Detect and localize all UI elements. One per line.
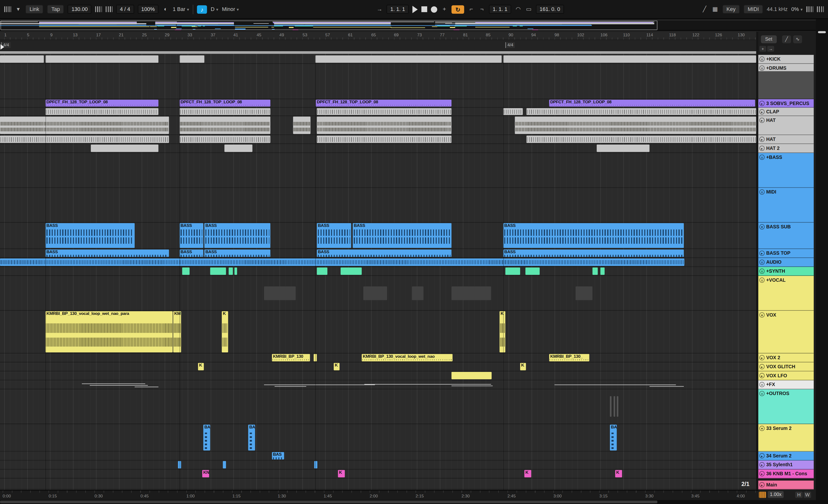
track-fold-icon[interactable]: ▸ xyxy=(759,136,765,142)
cpu-meter-icon[interactable] xyxy=(806,6,813,12)
loop-button[interactable]: ↻ xyxy=(452,5,464,14)
clip-bass[interactable]: BASS xyxy=(503,249,684,257)
track-header-vox-glitch[interactable]: ▸VOX GLITCH xyxy=(758,362,814,371)
time-ruler[interactable]: 0:000:150:300:451:001:151:301:452:002:15… xyxy=(0,490,758,500)
groove-amount-value[interactable]: 100% xyxy=(137,5,159,14)
clip[interactable] xyxy=(527,136,756,143)
lane-vox[interactable]: KMRBI_BP_130_vocal_loop_wet_nao_paraKMKK xyxy=(0,311,756,353)
options-chevron-icon[interactable]: ▾ xyxy=(15,5,22,14)
clip[interactable] xyxy=(293,117,310,134)
group-fold-icon[interactable]: ≡ xyxy=(759,65,765,71)
time-signature-value[interactable]: 4 / 4 xyxy=(116,5,134,14)
clip-dpfct-fh-128-top-loop-08[interactable]: DPFCT_FH_128_TOP_LOOP_08 xyxy=(316,100,451,106)
highlight-button[interactable]: ▦ xyxy=(712,5,718,14)
group-fold-icon[interactable]: ≡ xyxy=(759,268,765,274)
track-header-main[interactable]: ▸Main xyxy=(758,480,814,490)
clip[interactable] xyxy=(0,117,169,134)
clip[interactable] xyxy=(315,55,502,63)
track-header-vocal[interactable]: ≡+VOCAL xyxy=(758,276,814,311)
playhead-marker[interactable] xyxy=(0,44,4,50)
clip[interactable] xyxy=(317,267,327,275)
clip[interactable] xyxy=(317,136,452,143)
tap-button[interactable]: Tap xyxy=(47,5,64,14)
clip-k[interactable]: K xyxy=(520,363,526,370)
clip-bass[interactable]: BASS xyxy=(204,249,271,257)
track-header-fx[interactable]: ≡+FX xyxy=(758,380,814,390)
lane-outros[interactable] xyxy=(0,389,756,424)
clip-bass[interactable]: BASS xyxy=(317,249,452,257)
track-fold-icon[interactable]: ▸ xyxy=(759,118,765,123)
metronome-icon[interactable]: ◐ xyxy=(162,5,169,14)
time-signature-marker[interactable]: 4/4 xyxy=(505,42,515,48)
track-fold-icon[interactable]: ▾ xyxy=(759,425,765,431)
hamburger-menu-icon[interactable] xyxy=(817,6,824,12)
lane-34-serum-2[interactable]: BAS xyxy=(0,452,756,461)
clip[interactable] xyxy=(264,286,296,300)
clip[interactable] xyxy=(515,117,756,134)
lane-vox-lfo[interactable] xyxy=(0,371,756,380)
lane-bass-sub[interactable]: BASSBASSBASSBASSBASSBASS xyxy=(0,223,756,249)
lane-vocal[interactable] xyxy=(0,276,756,311)
lane-clap[interactable] xyxy=(0,108,756,116)
track-fold-icon[interactable]: ▸ xyxy=(759,482,765,487)
clip[interactable] xyxy=(179,117,270,134)
group-fold-icon[interactable]: ≡ xyxy=(759,56,765,62)
clip[interactable] xyxy=(617,396,618,417)
clip[interactable] xyxy=(340,267,362,275)
clip[interactable] xyxy=(179,136,270,143)
clip-kmrbi-bp-130[interactable]: KMRBI_BP_130 xyxy=(272,354,310,361)
track-fold-icon[interactable]: ▸ xyxy=(759,100,765,106)
scale-name-select[interactable]: Minor xyxy=(222,5,239,14)
lane-fx[interactable] xyxy=(0,380,756,390)
track-fold-icon[interactable]: ▸ xyxy=(759,145,765,151)
draw-mode-button[interactable]: ╱ xyxy=(701,5,708,14)
clip[interactable] xyxy=(0,55,44,63)
clip[interactable] xyxy=(45,55,158,63)
playback-speed-value[interactable]: 1.00x xyxy=(768,491,784,498)
link-button[interactable]: Link xyxy=(26,5,43,14)
track-header-hat-2[interactable]: ▸HAT 2 xyxy=(758,144,814,153)
track-header-bass-sub[interactable]: ▾BASS SUB xyxy=(758,223,814,249)
clip[interactable] xyxy=(235,267,237,275)
track-header-3-sobvs-percus[interactable]: ▸3 SOBVS_PERCUS xyxy=(758,99,814,108)
track-header-bass[interactable]: ≡+BASS xyxy=(758,153,814,188)
track-header-bass-top[interactable]: ▸BASS TOP xyxy=(758,249,814,258)
clip[interactable] xyxy=(650,386,684,386)
lane-3-sobvs-percus[interactable]: DPFCT_FH_128_TOP_LOOP_08DPFCT_FH_128_TOP… xyxy=(0,99,756,108)
clip-bass[interactable]: BASS xyxy=(179,223,203,248)
lane-main[interactable] xyxy=(0,480,756,490)
clip[interactable] xyxy=(576,286,592,300)
add-track-icon[interactable]: + xyxy=(759,46,766,52)
automation-arm-button[interactable]: + xyxy=(441,5,448,14)
root-note-select[interactable]: D xyxy=(211,5,218,14)
lane-synth[interactable] xyxy=(0,267,756,276)
lane-hat[interactable] xyxy=(0,116,756,135)
nudge-up-icon[interactable] xyxy=(106,6,113,12)
key-map-button[interactable]: Key xyxy=(722,5,740,14)
clip[interactable] xyxy=(210,267,226,275)
return-arrow-icon[interactable]: → xyxy=(767,46,774,52)
stop-button[interactable] xyxy=(421,6,427,12)
clip[interactable] xyxy=(365,384,491,384)
arrangement-position-value[interactable]: 1. 1. 1 xyxy=(387,5,409,14)
clip-k[interactable]: K xyxy=(615,470,622,477)
lane-audio[interactable] xyxy=(0,258,756,267)
group-fold-icon[interactable]: ≡ xyxy=(759,189,765,194)
clip[interactable] xyxy=(82,383,145,384)
track-header-hat[interactable]: ▸HAT xyxy=(758,116,814,135)
clip-bass[interactable]: BASS xyxy=(353,223,452,248)
track-header-vox-lfo[interactable]: ▸VOX LFO xyxy=(758,371,814,380)
track-header-midi[interactable]: ≡MIDI xyxy=(758,188,814,223)
clip[interactable] xyxy=(229,267,233,275)
track-header-audio[interactable]: ≡AUDIO xyxy=(758,258,814,267)
clip[interactable] xyxy=(275,386,306,386)
track-fold-icon[interactable]: ▸ xyxy=(759,364,765,369)
group-fold-icon[interactable]: ≡ xyxy=(759,154,765,159)
track-fold-icon[interactable]: ▸ xyxy=(759,462,765,467)
io-meter-icon[interactable] xyxy=(4,6,11,12)
clip[interactable] xyxy=(224,144,252,152)
clip-k[interactable]: K xyxy=(500,311,505,353)
lock-envelopes-icon[interactable]: ∿ xyxy=(793,35,802,43)
horizontal-scrollbar[interactable] xyxy=(0,500,828,504)
clip-ba[interactable]: BA xyxy=(203,424,210,450)
